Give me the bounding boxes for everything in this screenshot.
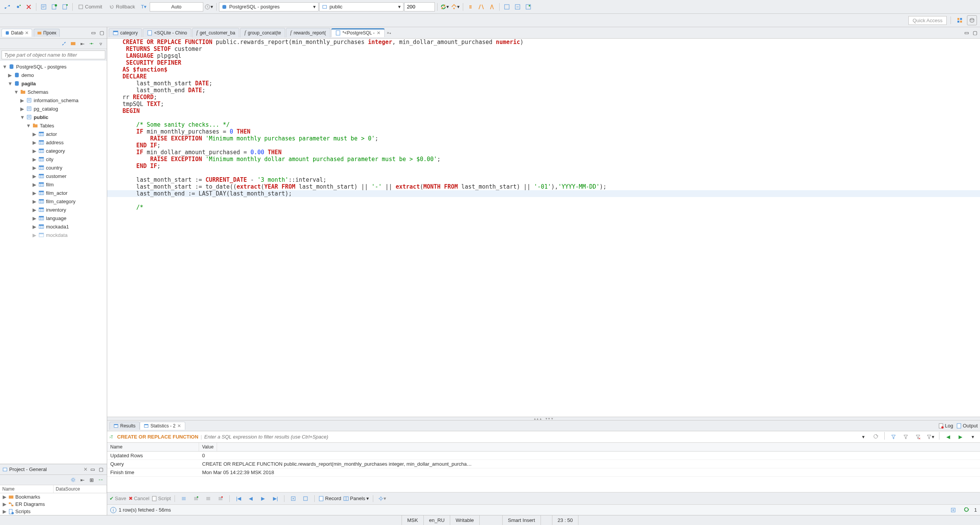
folder-mini-icon[interactable] [69, 40, 77, 47]
perspective-db-icon[interactable] [967, 15, 977, 25]
filter-icon[interactable] [889, 432, 898, 442]
table-row[interactable]: ▶country [0, 163, 107, 172]
commit-button[interactable]: Commit [75, 2, 105, 12]
explain-icon[interactable] [523, 2, 533, 12]
cancel-button[interactable]: ✖Cancel [129, 496, 149, 501]
tab-category[interactable]: category [109, 28, 142, 37]
results-filter-input[interactable] [204, 434, 856, 440]
close-icon[interactable]: ✕ [377, 30, 381, 36]
quick-access-button[interactable]: Quick Access [908, 16, 947, 25]
minimize-icon[interactable]: ▭ [89, 466, 96, 473]
more-tabs-indicator[interactable]: »₄ [387, 30, 391, 35]
tree-db-demo[interactable]: ▶demo [0, 71, 107, 79]
record-button[interactable]: Record [318, 496, 341, 501]
connect-new-icon[interactable] [13, 2, 23, 12]
execute-icon[interactable] [476, 2, 486, 12]
script-button[interactable]: Script [152, 496, 171, 501]
filter-dropdown-icon[interactable]: ▾ [858, 432, 868, 442]
link-icon[interactable] [466, 2, 475, 12]
tab-get-customer[interactable]: fget_customer_ba [192, 28, 240, 38]
stop-icon[interactable]: ▾ [451, 2, 461, 12]
editor-results-sash[interactable]: ▴ ▴ ▴ ▾ ▾ ▾ [107, 417, 980, 420]
perspective-icon[interactable] [955, 15, 965, 25]
connect-icon[interactable] [2, 2, 12, 12]
nav-menu-icon[interactable]: ▾ [968, 432, 978, 442]
tab-statistics[interactable]: Statistics - 2✕ [140, 422, 185, 430]
first-icon[interactable]: |◀ [234, 494, 243, 504]
stats-row[interactable]: QueryCREATE OR REPLACE FUNCTION public.r… [107, 460, 980, 468]
expand-icon[interactable] [288, 494, 298, 504]
sql-editor-new-icon[interactable] [49, 2, 59, 12]
tree-tables-folder[interactable]: ▼Tables [0, 121, 107, 130]
connection-combo[interactable]: PostgreSQL - postgres▾ [219, 2, 318, 11]
project-item-bookmarks[interactable]: ▶Bookmarks [0, 493, 107, 501]
expand-icon[interactable]: ⊞ [88, 476, 95, 484]
collapse-mini-icon[interactable]: ⇤ [78, 40, 86, 47]
table-row[interactable]: ▶actor [0, 130, 107, 138]
tree-schemas[interactable]: ▼Schemas [0, 88, 107, 96]
apply-filter-icon[interactable] [871, 432, 880, 442]
table-row[interactable]: ▶film [0, 180, 107, 189]
tab-results[interactable]: Results [109, 422, 140, 430]
last-icon[interactable]: ▶| [270, 494, 280, 504]
sql-editor-icon[interactable] [39, 2, 49, 12]
prev-query-icon[interactable] [502, 2, 512, 12]
tree-filter-input[interactable] [2, 51, 105, 59]
tree-schema-pg[interactable]: ▶pg_catalog [0, 104, 107, 113]
table-row[interactable]: ▶address [0, 138, 107, 147]
edit-mode-icon[interactable] [179, 494, 189, 504]
execute-script-icon[interactable] [487, 2, 497, 12]
prev-icon[interactable]: ◀ [246, 494, 256, 504]
project-item-scripts[interactable]: ▶Scripts [0, 508, 107, 515]
close-icon[interactable]: ✕ [83, 466, 88, 472]
table-row[interactable]: ▶mockada1 [0, 222, 107, 231]
filter-add-icon[interactable] [901, 432, 911, 442]
schema-combo[interactable]: public▾ [319, 2, 403, 11]
close-icon[interactable]: ✕ [177, 423, 181, 429]
link-editor-icon[interactable] [88, 40, 95, 47]
tab-group-concat[interactable]: fgroup_concat(te [240, 28, 285, 38]
gear-icon[interactable] [69, 476, 77, 484]
table-row[interactable]: ▶category [0, 147, 107, 155]
tree-schema-info[interactable]: ▶information_schema [0, 96, 107, 104]
refresh-results-icon[interactable] [961, 505, 971, 515]
maximize-icon[interactable]: ▢ [972, 29, 978, 36]
tab-rewards-report[interactable]: frewards_report( [286, 28, 330, 38]
close-icon[interactable]: ✕ [25, 30, 29, 36]
add-row-icon[interactable] [191, 494, 201, 504]
table-row[interactable]: ▶language [0, 214, 107, 222]
tab-projects[interactable]: Проек [34, 29, 60, 37]
tree-db-pagila[interactable]: ▼pagila [0, 79, 107, 88]
next-query-icon[interactable] [513, 2, 523, 12]
save-button[interactable]: ✔Save [109, 496, 126, 501]
output-button[interactable]: Output [956, 423, 978, 429]
refresh-icon[interactable]: ▾ [440, 2, 450, 12]
tab-postgresql-active[interactable]: *<PostgreSQL -✕ [331, 28, 385, 37]
table-row[interactable]: ▶film_actor [0, 189, 107, 197]
next-icon[interactable]: ▶ [258, 494, 268, 504]
sql-editor-recent-icon[interactable] [60, 2, 70, 12]
tab-sqlite[interactable]: <SQLite - Chino [143, 28, 191, 37]
maximize-icon[interactable]: ▢ [98, 29, 105, 36]
nav-prev-icon[interactable]: ◀ [943, 432, 953, 442]
maximize-icon[interactable]: ▢ [98, 466, 105, 473]
filter-remove-icon[interactable] [913, 432, 923, 442]
gear-icon[interactable]: ▾ [377, 494, 387, 504]
table-row[interactable]: ▶customer [0, 172, 107, 180]
row-limit-input[interactable] [404, 2, 435, 11]
minimize-icon[interactable]: ▭ [963, 29, 970, 36]
table-row[interactable]: ▶city [0, 155, 107, 163]
rollback-button[interactable]: Rollback [106, 2, 138, 12]
tab-database-navigator[interactable]: Datab✕ [2, 29, 32, 37]
connect-mini-icon[interactable] [60, 40, 68, 47]
collapse-icon[interactable]: ⇤ [78, 476, 86, 484]
table-row[interactable]: ▶film_category [0, 197, 107, 205]
sql-editor[interactable]: CREATE OR REPLACE FUNCTION public.reward… [107, 39, 980, 417]
tx-mode-icon[interactable]: T▾ [139, 2, 149, 12]
stats-row[interactable]: Updated Rows0 [107, 452, 980, 460]
panels-button[interactable]: Panels ▾ [343, 496, 369, 501]
table-row[interactable]: ▶mockdata [0, 231, 107, 239]
view-menu-icon[interactable]: ▿ [97, 40, 105, 47]
stats-row[interactable]: Finish timeMon Mar 05 14:22:39 MSK 2018 [107, 468, 980, 477]
log-button[interactable]: Log [938, 423, 953, 429]
